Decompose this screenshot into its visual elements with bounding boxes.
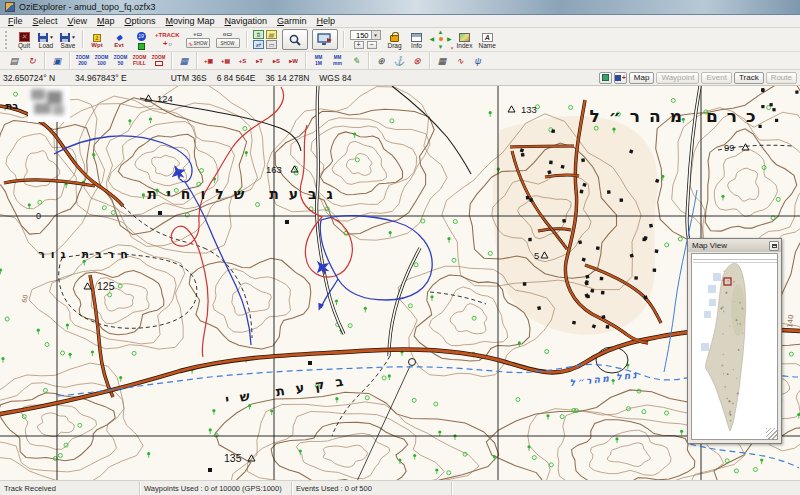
menu-view[interactable]: View xyxy=(63,16,92,26)
menu-select[interactable]: Select xyxy=(28,16,63,26)
label-khirbat-nur: חרבת נור xyxy=(38,248,134,261)
show-track-face: ∿SHOW xyxy=(186,38,210,48)
index-map-icon xyxy=(459,33,470,42)
show-track-button[interactable]: +▭ ∿SHOW xyxy=(183,28,213,51)
map-view-window[interactable]: Map View xyxy=(687,238,782,444)
mode-event-button[interactable]: Event xyxy=(701,72,731,84)
moving-map-mm-button[interactable]: MMmm xyxy=(329,53,346,68)
pages-icon: ▤ xyxy=(266,30,277,39)
pan-left-icon[interactable]: ◀ xyxy=(430,36,435,42)
label-kerem-maharal: כרם מהר״ל xyxy=(589,106,764,126)
toolbar-grip[interactable] xyxy=(5,31,10,49)
menu-map[interactable]: Map xyxy=(92,16,120,26)
menu-file[interactable]: File xyxy=(3,16,28,26)
point-count-button[interactable]: 19 xyxy=(130,28,152,51)
panel-icon: ▭ xyxy=(266,40,277,49)
dual-screen-button[interactable]: ▦ xyxy=(176,53,192,68)
name-button[interactable]: A Name xyxy=(476,28,499,51)
magnify-button[interactable] xyxy=(282,29,308,50)
save-position-button[interactable]: + xyxy=(614,72,627,84)
green-grid-icon xyxy=(602,74,609,81)
gps-upload-wpt-button[interactable]: +▣ xyxy=(201,53,216,68)
zoom-dropdown-icon[interactable]: ▼ xyxy=(372,30,381,40)
zoom-level-value[interactable]: 150 xyxy=(350,30,372,40)
save-button[interactable]: ▼ Save xyxy=(57,28,79,51)
datum-readout: WGS 84 xyxy=(319,73,351,83)
spot-135: 135 xyxy=(224,452,242,464)
zoom-50-button[interactable]: ZOOM50 xyxy=(112,53,129,68)
zoom-out-button[interactable]: − xyxy=(367,41,377,49)
stop-gps-button[interactable]: ⊗ xyxy=(409,53,425,68)
name-label: Name xyxy=(479,42,496,49)
plus-track-label: +TRACK xyxy=(155,32,180,39)
menu-moving-map[interactable]: Moving Map xyxy=(160,16,219,26)
zoom-100-button[interactable]: ZOOM100 xyxy=(93,53,110,68)
separator xyxy=(196,52,197,69)
pan-up-icon[interactable]: ▲ xyxy=(438,29,444,35)
map-view-titlebar[interactable]: Map View xyxy=(688,239,781,252)
new-window-button[interactable]: ▣ xyxy=(49,53,65,68)
antenna-button[interactable]: ψ xyxy=(470,53,486,68)
waypoint-tool-button[interactable]: 1 Wpt xyxy=(86,28,108,51)
pan-right-icon[interactable]: ▶ xyxy=(447,36,452,42)
menu-garmin[interactable]: Garmin xyxy=(272,16,312,26)
menu-options[interactable]: Options xyxy=(119,16,160,26)
zoom-full-button[interactable]: ZOOMFULL xyxy=(131,53,148,68)
map-view-maximize-button[interactable] xyxy=(769,241,779,251)
pan-close-icon[interactable]: × xyxy=(451,45,454,51)
menu-help[interactable]: Help xyxy=(312,16,341,26)
gps-upload-track-button[interactable]: +▤ xyxy=(218,53,233,68)
gps-upload-route-button[interactable]: +S xyxy=(235,53,250,68)
status-bar: Track Received Waypoints Used : 0 of 100… xyxy=(0,480,800,495)
file-tools-cluster[interactable]: ⇅ ⇄ ▤ ▭ xyxy=(250,28,280,51)
map-view-overview[interactable] xyxy=(691,253,778,440)
track-edit-button[interactable]: ✎ xyxy=(348,53,364,68)
zoom-200-button[interactable]: ZOOM200 xyxy=(74,53,91,68)
resize-grip[interactable] xyxy=(766,428,777,439)
show-waypoints-button[interactable]: o▭ SHOW xyxy=(213,28,243,51)
wpt-mark: o▭ xyxy=(223,31,232,38)
quit-button[interactable]: ✕ Quit xyxy=(13,28,35,51)
antenna-icon: ψ xyxy=(475,56,482,66)
profile-button[interactable]: ∿ xyxy=(452,53,468,68)
gps-download-route-button[interactable]: ▸S xyxy=(269,53,284,68)
pan-arrows-pad[interactable]: ▲ ▼ ◀ ▶ × xyxy=(428,28,454,51)
printer-icon: ▤ xyxy=(10,56,19,66)
pan-down-icon[interactable]: ▼ xyxy=(438,44,444,50)
pan-center-icon[interactable] xyxy=(439,37,443,41)
load-button[interactable]: ▼ Load xyxy=(35,28,57,51)
mode-track-button[interactable]: Track xyxy=(734,72,764,84)
index-button[interactable]: Index xyxy=(454,28,476,51)
gps-download-wpt-button[interactable]: ▸W xyxy=(286,53,301,68)
drag-button[interactable]: Drag xyxy=(384,28,406,51)
save-label: Save xyxy=(61,42,76,49)
print-button[interactable]: ▤ xyxy=(6,53,22,68)
spot-124: 124 xyxy=(157,93,173,104)
zoom-window-button[interactable]: ZOOM xyxy=(150,53,167,68)
open-files-icon: ⇅ xyxy=(253,30,264,39)
event-tool-button[interactable]: ◆ Evt xyxy=(108,28,130,51)
zoom-in-button[interactable]: + xyxy=(354,41,364,49)
menu-navigation[interactable]: Navigation xyxy=(220,16,273,26)
mode-map-button[interactable]: Map xyxy=(629,72,655,84)
position-button[interactable]: ⊕ xyxy=(373,53,389,68)
mode-route-button[interactable]: Route xyxy=(766,72,797,84)
screen-capture-button[interactable] xyxy=(312,29,338,50)
add-track-button[interactable]: +TRACK +o xyxy=(152,28,183,51)
window-title: OziExplorer - amud_topo_fq.ozfx3 xyxy=(19,2,156,12)
status-events: Events Used : 0 of 500 xyxy=(292,481,452,495)
rotate-button[interactable]: ↻ xyxy=(24,53,40,68)
info-button[interactable]: Info xyxy=(406,28,428,51)
map-grid-toggle-button[interactable] xyxy=(599,72,612,84)
gps-download-track-button[interactable]: ▸T xyxy=(252,53,267,68)
separator xyxy=(429,52,430,69)
separator xyxy=(343,31,344,48)
spot-133: 133 xyxy=(521,104,537,115)
grid-config-button[interactable]: ▦ xyxy=(434,53,450,68)
zoom-level-combo[interactable]: 150 ▼ + − xyxy=(347,30,384,49)
mode-waypoint-button[interactable]: Waypoint xyxy=(656,72,699,84)
moving-map-1m-button[interactable]: MM1M xyxy=(310,53,327,68)
map-canvas[interactable]: גבעת שלוחית כרם מהר״ל חרבת נור בקעת שי נ… xyxy=(0,86,800,480)
index-label: Index xyxy=(457,42,473,49)
anchor-button[interactable]: ⚓ xyxy=(391,53,407,68)
